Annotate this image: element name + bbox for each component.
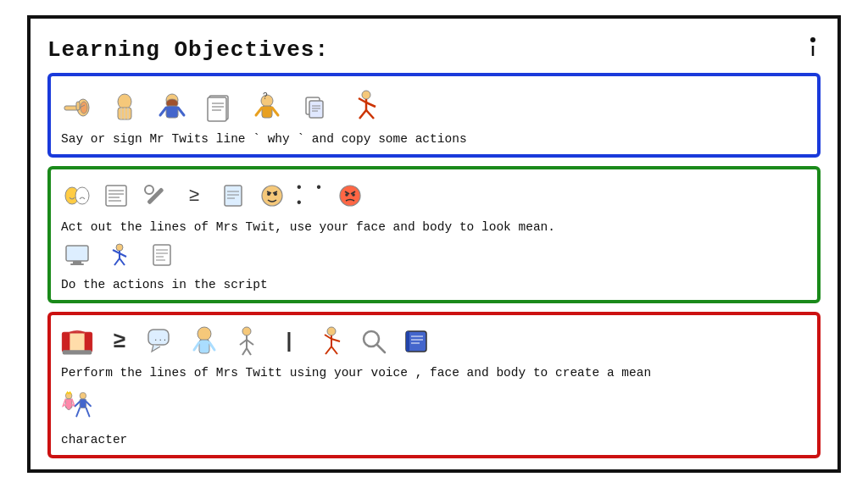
copy-icon <box>298 92 331 124</box>
svg-line-66 <box>120 253 126 257</box>
ellipsis-icon: • • • <box>295 180 327 212</box>
bullet-dots <box>805 34 821 63</box>
svg-line-35 <box>359 110 366 119</box>
svg-line-88 <box>242 348 247 355</box>
theatre-icon <box>61 180 93 212</box>
svg-rect-69 <box>153 245 170 265</box>
svg-point-84 <box>242 327 251 336</box>
svg-line-110 <box>86 408 90 417</box>
svg-line-93 <box>331 339 340 341</box>
person-face-icon <box>256 180 288 212</box>
svg-rect-46 <box>225 186 242 206</box>
svg-rect-106 <box>80 399 86 408</box>
book-icon <box>400 325 432 358</box>
actions-icon <box>346 86 387 124</box>
magnifier-icon <box>358 325 390 358</box>
svg-rect-81 <box>199 340 209 353</box>
blue-text: Say or sign Mr Twits line ` why ` and co… <box>61 132 807 146</box>
blue-objective-box: ? <box>47 73 821 158</box>
svg-text:...: ... <box>153 335 167 343</box>
sign-icon <box>108 92 141 124</box>
svg-line-23 <box>256 108 262 115</box>
svg-point-90 <box>327 327 336 336</box>
svg-line-34 <box>366 103 376 107</box>
svg-line-83 <box>209 342 214 350</box>
face-icon <box>188 325 220 358</box>
svg-point-80 <box>198 327 211 341</box>
svg-line-108 <box>86 402 91 406</box>
mr-twit-icon <box>156 92 188 124</box>
svg-rect-62 <box>70 263 84 265</box>
svg-rect-5 <box>76 102 80 110</box>
svg-text:?: ? <box>263 92 268 101</box>
svg-rect-17 <box>208 97 226 121</box>
svg-line-82 <box>194 342 199 350</box>
stage-icon <box>61 325 93 358</box>
lines-icon <box>100 180 132 212</box>
svg-rect-76 <box>85 333 92 352</box>
svg-rect-99 <box>406 331 409 352</box>
running-person-icon <box>103 239 136 271</box>
green-objective-box: ≥ <box>47 166 821 303</box>
red-icons-row1: ≥ ... <box>61 322 807 361</box>
svg-point-105 <box>80 392 86 399</box>
svg-point-31 <box>362 91 370 99</box>
screen-icon <box>61 239 93 271</box>
svg-point-0 <box>810 37 815 42</box>
angry-face-icon <box>334 180 366 212</box>
svg-line-36 <box>366 110 374 119</box>
svg-line-14 <box>160 108 166 115</box>
svg-point-6 <box>118 94 131 109</box>
svg-line-89 <box>247 348 251 355</box>
svg-rect-22 <box>262 106 272 118</box>
svg-rect-27 <box>309 101 323 118</box>
body-icon <box>231 325 263 358</box>
svg-point-50 <box>262 186 282 206</box>
svg-point-55 <box>340 186 360 206</box>
svg-rect-75 <box>63 333 70 352</box>
red-objective-box: ≥ ... <box>47 312 821 458</box>
script-icon <box>203 92 236 124</box>
svg-rect-39 <box>106 186 126 206</box>
svg-point-45 <box>145 186 153 194</box>
svg-rect-60 <box>66 246 88 261</box>
svg-line-87 <box>247 340 253 345</box>
tool-icon <box>139 180 171 212</box>
svg-point-38 <box>75 187 89 204</box>
svg-point-3 <box>81 102 87 114</box>
red-text2: character <box>61 433 807 446</box>
script2-icon <box>146 239 178 271</box>
svg-line-107 <box>75 402 80 406</box>
bar-icon: | <box>273 325 305 358</box>
create-icon <box>315 325 348 358</box>
green-text1: Act out the lines of Mrs Twit, use your … <box>61 220 807 234</box>
character-group-icon <box>61 388 93 420</box>
doc-icon <box>217 180 249 212</box>
svg-rect-44 <box>147 187 164 205</box>
gte2-icon: ≥ <box>103 325 136 358</box>
green-icons-row2 <box>61 237 807 273</box>
voice-icon: ... <box>146 325 178 358</box>
svg-line-94 <box>326 347 331 354</box>
title-row: Learning Objectives: <box>47 34 821 63</box>
green-icons-row1: ≥ <box>61 176 807 215</box>
svg-line-24 <box>272 108 278 115</box>
svg-line-67 <box>114 258 120 265</box>
svg-line-109 <box>76 408 80 417</box>
svg-line-68 <box>120 258 125 265</box>
gte-icon: ≥ <box>178 180 210 212</box>
svg-line-15 <box>178 108 184 115</box>
blue-icons-row: ? <box>61 83 807 127</box>
svg-line-97 <box>377 345 385 352</box>
svg-point-63 <box>116 244 123 251</box>
say-icon <box>61 92 93 124</box>
svg-rect-77 <box>63 350 92 354</box>
main-container: Learning Objectives: <box>27 15 841 473</box>
svg-rect-13 <box>166 106 178 118</box>
page-title: Learning Objectives: <box>47 37 329 63</box>
svg-line-86 <box>240 340 247 345</box>
red-text1: Perform the lines of Mrs Twitt using you… <box>61 366 807 380</box>
why-icon: ? <box>251 92 283 124</box>
svg-line-95 <box>331 347 337 354</box>
green-text2: Do the actions in the script <box>61 278 807 291</box>
